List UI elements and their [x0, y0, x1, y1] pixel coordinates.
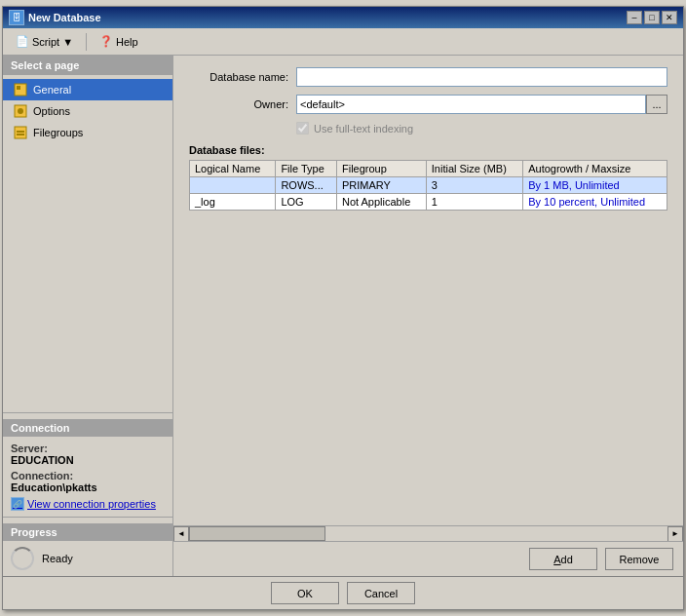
bottom-buttons: Add Remove	[173, 541, 683, 576]
view-link-label: View connection properties	[27, 498, 156, 510]
window-body: Select a page General	[3, 56, 683, 576]
options-icon	[13, 103, 28, 119]
connection-label: Connection:	[11, 470, 73, 481]
scroll-thumb[interactable]	[189, 526, 325, 541]
main-window: 🗄 New Database – □ ✕ 📄 Script ▼ ❓ Help S…	[2, 6, 684, 610]
help-button[interactable]: ❓ Help	[93, 32, 145, 51]
svg-rect-1	[17, 86, 20, 90]
cancel-button[interactable]: Cancel	[347, 582, 415, 604]
sidebar-header: Select a page	[3, 56, 172, 75]
title-bar: 🗄 New Database – □ ✕	[3, 7, 683, 28]
sidebar-item-general-label: General	[33, 84, 71, 96]
cancel-label: Cancel	[364, 588, 398, 599]
title-bar-left: 🗄 New Database	[9, 10, 101, 25]
sidebar: Select a page General	[3, 56, 173, 576]
fulltext-row: Use full-text indexing	[189, 122, 667, 135]
table-row[interactable]: ROWS...PRIMARY3By 1 MB, Unlimited	[190, 177, 667, 194]
ok-button[interactable]: OK	[271, 582, 339, 604]
owner-field-container: ...	[296, 95, 667, 114]
link-icon: 🔗	[11, 497, 24, 511]
script-button[interactable]: 📄 Script ▼	[9, 32, 80, 51]
col-file-type: File Type	[276, 161, 337, 177]
db-name-label: Database name:	[189, 71, 296, 83]
scroll-left-button[interactable]: ◄	[173, 526, 189, 542]
col-filegroup: Filegroup	[336, 161, 426, 177]
footer: OK Cancel	[3, 576, 683, 609]
progress-header: Progress	[3, 523, 172, 541]
close-button[interactable]: ✕	[662, 11, 677, 24]
sidebar-item-filegroups-label: Filegroups	[33, 127, 83, 138]
script-dropdown-icon: ▼	[62, 36, 73, 48]
connection-header: Connection	[3, 419, 172, 437]
general-icon	[13, 82, 28, 97]
progress-section: Progress Ready	[3, 517, 172, 576]
fulltext-label: Use full-text indexing	[314, 123, 413, 135]
window-title: New Database	[28, 12, 101, 23]
col-logical-name: Logical Name	[190, 161, 276, 177]
progress-inner: Ready	[11, 547, 165, 570]
sidebar-item-general[interactable]: General	[3, 79, 172, 100]
server-label: Server:	[11, 443, 48, 454]
sidebar-nav: General Options	[3, 75, 172, 412]
main-content: Database name: Owner: ...	[173, 56, 683, 576]
col-initial-size: Initial Size (MB)	[426, 161, 522, 177]
content-area: Database name: Owner: ...	[173, 56, 683, 525]
db-name-row: Database name:	[189, 67, 667, 87]
script-label: Script	[32, 36, 59, 48]
progress-spinner	[11, 547, 34, 570]
help-icon: ❓	[99, 35, 113, 48]
window-icon: 🗄	[9, 10, 24, 25]
minimize-button[interactable]: –	[627, 11, 642, 24]
toolbar: 📄 Script ▼ ❓ Help	[3, 28, 683, 56]
db-files-table: Logical Name File Type Filegroup Initial…	[189, 160, 667, 211]
remove-label: Remove	[620, 554, 660, 565]
owner-browse-button[interactable]: ...	[646, 95, 667, 114]
view-connection-link[interactable]: 🔗 View connection properties	[11, 497, 165, 511]
filegroups-icon	[13, 125, 28, 140]
title-buttons: – □ ✕	[627, 11, 677, 24]
sidebar-item-options-label: Options	[33, 105, 70, 117]
add-label: Add	[553, 554, 573, 565]
fulltext-checkbox[interactable]	[296, 122, 309, 135]
owner-row: Owner: ...	[189, 95, 667, 114]
connection-section: Connection Server: EDUCATION Connection:…	[3, 412, 172, 517]
restore-button[interactable]: □	[644, 11, 660, 24]
scroll-track[interactable]	[189, 526, 667, 541]
db-files-label: Database files:	[189, 144, 667, 156]
server-line: Server: EDUCATION	[11, 443, 165, 466]
svg-rect-6	[17, 134, 24, 135]
toolbar-separator	[86, 33, 87, 51]
horizontal-scrollbar[interactable]: ◄ ►	[173, 525, 683, 541]
connection-line: Connection: Education\pkatts	[11, 470, 165, 493]
db-name-input[interactable]	[296, 67, 667, 87]
help-label: Help	[116, 36, 138, 48]
svg-point-3	[18, 108, 23, 114]
script-icon: 📄	[16, 35, 29, 48]
table-row[interactable]: _logLOGNot Applicable1By 10 percent, Unl…	[190, 194, 667, 211]
owner-input[interactable]	[296, 95, 646, 114]
scroll-right-button[interactable]: ►	[667, 526, 683, 542]
connection-value: Education\pkatts	[11, 481, 97, 493]
remove-button[interactable]: Remove	[605, 548, 673, 570]
sidebar-item-filegroups[interactable]: Filegroups	[3, 122, 172, 143]
server-value: EDUCATION	[11, 454, 74, 466]
col-autogrowth: Autogrowth / Maxsize	[523, 161, 667, 177]
sidebar-item-options[interactable]: Options	[3, 100, 172, 122]
svg-rect-5	[17, 131, 24, 133]
ok-label: OK	[297, 588, 313, 599]
owner-label: Owner:	[189, 98, 296, 110]
progress-status: Ready	[42, 553, 73, 564]
add-button[interactable]: Add	[529, 548, 597, 570]
